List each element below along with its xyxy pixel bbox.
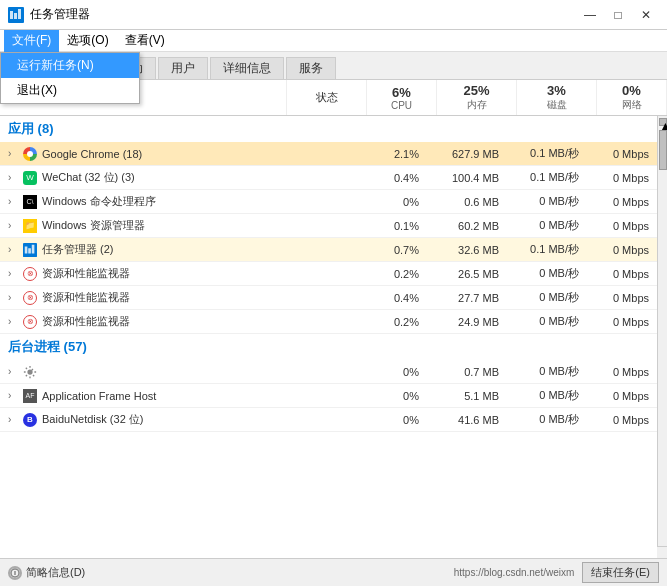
cell-memory: 24.9 MB	[427, 316, 507, 328]
cell-memory: 60.2 MB	[427, 220, 507, 232]
cell-name: ›	[0, 364, 277, 380]
menu-view[interactable]: 查看(V)	[117, 30, 173, 52]
tab-details[interactable]: 详细信息	[210, 57, 284, 79]
cell-disk: 0 MB/秒	[507, 266, 587, 281]
cell-name: › ⊗ 资源和性能监视器	[0, 266, 277, 282]
cell-memory: 5.1 MB	[427, 390, 507, 402]
monitor3-icon: ⊗	[22, 314, 38, 330]
cell-disk: 0 MB/秒	[507, 388, 587, 403]
cell-name: › W WeChat (32 位) (3)	[0, 170, 277, 186]
menu-exit[interactable]: 退出(X)	[1, 78, 139, 103]
svg-rect-5	[25, 246, 28, 253]
cell-cpu: 0.2%	[357, 316, 427, 328]
status-bar: 简略信息(D) https://blog.csdn.net/weixm 结束任务…	[0, 558, 667, 586]
cell-cpu: 0.2%	[357, 268, 427, 280]
cell-cpu: 0%	[357, 390, 427, 402]
status-right: https://blog.csdn.net/weixm 结束任务(E)	[454, 562, 659, 583]
cell-disk: 0.1 MB/秒	[507, 146, 587, 161]
col-header-memory[interactable]: 25% 内存	[437, 80, 517, 115]
gear-icon	[22, 364, 38, 380]
wechat-icon: W	[22, 170, 38, 186]
cell-name: › ⊗ 资源和性能监视器	[0, 314, 277, 330]
table-row[interactable]: › ⊗ 资源和性能监视器 0.2% 26.5 MB 0 MB/秒 0 Mbps	[0, 262, 657, 286]
col-header-cpu[interactable]: 6% CPU	[367, 80, 437, 115]
section-apps-header: 应用 (8)	[0, 116, 657, 142]
menu-options[interactable]: 选项(O)	[59, 30, 116, 52]
cell-memory: 0.6 MB	[427, 196, 507, 208]
cmd-icon: C\	[22, 194, 38, 210]
cell-network: 0 Mbps	[587, 268, 657, 280]
baidu-icon: B	[22, 412, 38, 428]
cell-name: › 📁 Windows 资源管理器	[0, 218, 277, 234]
cell-cpu: 0%	[357, 414, 427, 426]
table-row[interactable]: › 📁 Windows 资源管理器 0.1% 60.2 MB 0 MB/秒 0 …	[0, 214, 657, 238]
table-row[interactable]: › C\ Windows 命令处理程序 0% 0.6 MB 0 MB/秒 0 M…	[0, 190, 657, 214]
table-row[interactable]: › ⊗ 资源和性能监视器 0.4% 27.7 MB 0 MB/秒 0 Mbps	[0, 286, 657, 310]
menu-run-new-task[interactable]: 运行新任务(N)	[1, 53, 139, 78]
end-task-button[interactable]: 结束任务(E)	[582, 562, 659, 583]
cell-cpu: 0%	[357, 366, 427, 378]
col-header-disk[interactable]: 3% 磁盘	[517, 80, 597, 115]
table-row[interactable]: › ⊗ 资源和性能监视器 0.2% 24.9 MB 0 MB/秒 0 Mbps	[0, 310, 657, 334]
cell-disk: 0 MB/秒	[507, 218, 587, 233]
cell-name: › ⊗ 资源和性能监视器	[0, 290, 277, 306]
cell-network: 0 Mbps	[587, 414, 657, 426]
cell-cpu: 0.7%	[357, 244, 427, 256]
cell-name: › 任务管理器 (2)	[0, 242, 277, 258]
cell-disk: 0.1 MB/秒	[507, 170, 587, 185]
cell-cpu: 0%	[357, 196, 427, 208]
url-text: https://blog.csdn.net/weixm	[454, 567, 575, 578]
table-row[interactable]: › AF Application Frame Host 0% 5.1 MB 0 …	[0, 384, 657, 408]
explorer-icon: 📁	[22, 218, 38, 234]
svg-rect-6	[28, 248, 31, 253]
cell-network: 0 Mbps	[587, 148, 657, 160]
cell-disk: 0 MB/秒	[507, 314, 587, 329]
table-row[interactable]: › B BaiduNetdisk (32 位) 0% 41.6 MB 0 MB/…	[0, 408, 657, 432]
cell-name: › Google Chrome (18)	[0, 146, 277, 162]
section-background-header: 后台进程 (57)	[0, 334, 657, 360]
table-row[interactable]: › Google Chrome (18) 2.1% 627.9 MB 0.1 M…	[0, 142, 657, 166]
table-row[interactable]: › W WeChat (32 位) (3) 0.4% 100.4 MB 0.1 …	[0, 166, 657, 190]
appframe-icon: AF	[22, 388, 38, 404]
cell-network: 0 Mbps	[587, 172, 657, 184]
summary-label[interactable]: 简略信息(D)	[26, 565, 85, 580]
tab-services[interactable]: 服务	[286, 57, 336, 79]
svg-rect-1	[10, 11, 13, 19]
chrome-icon	[22, 146, 38, 162]
cell-name: › B BaiduNetdisk (32 位)	[0, 412, 277, 428]
cell-network: 0 Mbps	[587, 316, 657, 328]
minimize-button[interactable]: —	[577, 5, 603, 25]
taskmgr-icon	[22, 242, 38, 258]
cell-memory: 32.6 MB	[427, 244, 507, 256]
cell-network: 0 Mbps	[587, 220, 657, 232]
monitor2-icon: ⊗	[22, 290, 38, 306]
cell-network: 0 Mbps	[587, 244, 657, 256]
menu-file[interactable]: 文件(F)	[4, 30, 59, 52]
cell-disk: 0 MB/秒	[507, 364, 587, 379]
tab-users[interactable]: 用户	[158, 57, 208, 79]
close-button[interactable]: ✕	[633, 5, 659, 25]
status-icon	[8, 566, 22, 580]
table-row[interactable]: › 任务管理器 (2) 0.7% 32.6 MB 0.1 MB/秒 0 Mbps	[0, 238, 657, 262]
cell-memory: 26.5 MB	[427, 268, 507, 280]
cell-memory: 0.7 MB	[427, 366, 507, 378]
maximize-button[interactable]: □	[605, 5, 631, 25]
col-header-status[interactable]: 状态	[287, 80, 367, 115]
vertical-scrollbar[interactable]: ▲	[657, 116, 667, 546]
scroll-thumb[interactable]	[659, 130, 667, 170]
cell-disk: 0 MB/秒	[507, 194, 587, 209]
cell-network: 0 Mbps	[587, 292, 657, 304]
titlebar-icon	[8, 7, 24, 23]
cell-cpu: 0.4%	[357, 292, 427, 304]
cell-memory: 627.9 MB	[427, 148, 507, 160]
cell-memory: 100.4 MB	[427, 172, 507, 184]
table-row[interactable]: › 0% 0.7 MB 0 MB/秒 0 Mbps	[0, 360, 657, 384]
window-controls: — □ ✕	[577, 5, 659, 25]
cell-network: 0 Mbps	[587, 390, 657, 402]
col-header-network[interactable]: 0% 网络	[597, 80, 667, 115]
cell-cpu: 2.1%	[357, 148, 427, 160]
menu-bar: 文件(F) 选项(O) 查看(V) 运行新任务(N) 退出(X)	[0, 30, 667, 52]
cell-memory: 27.7 MB	[427, 292, 507, 304]
cell-memory: 41.6 MB	[427, 414, 507, 426]
scroll-up[interactable]: ▲	[659, 118, 667, 126]
